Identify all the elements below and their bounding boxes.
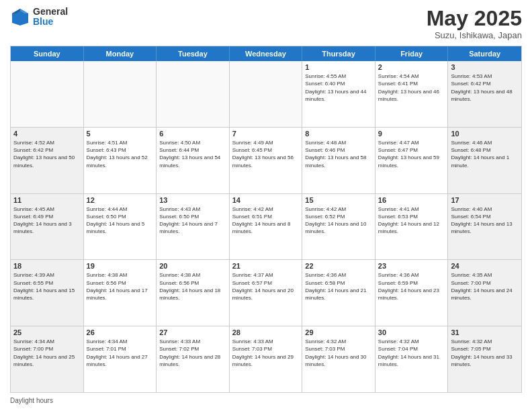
weekday-header-friday: Friday	[375, 46, 449, 61]
calendar-cell: 1Sunrise: 4:55 AM Sunset: 6:40 PM Daylig…	[302, 61, 375, 127]
cell-details: Sunrise: 4:32 AM Sunset: 7:05 PM Dayligh…	[451, 338, 519, 368]
calendar-cell: 23Sunrise: 4:36 AM Sunset: 6:59 PM Dayli…	[375, 260, 449, 326]
day-number: 28	[232, 328, 300, 336]
day-number: 12	[87, 196, 154, 204]
page: General Blue May 2025 Suzu, Ishikawa, Ja…	[0, 0, 532, 411]
day-number: 26	[87, 328, 154, 336]
cell-details: Sunrise: 4:53 AM Sunset: 6:42 PM Dayligh…	[451, 73, 519, 103]
calendar-cell: 24Sunrise: 4:35 AM Sunset: 7:00 PM Dayli…	[448, 260, 521, 326]
logo-general: General	[33, 7, 68, 17]
calendar-cell: 10Sunrise: 4:46 AM Sunset: 6:48 PM Dayli…	[448, 128, 521, 193]
day-number: 25	[13, 328, 81, 336]
day-number: 23	[378, 262, 445, 270]
calendar-cell: 26Sunrise: 4:34 AM Sunset: 7:01 PM Dayli…	[84, 326, 157, 392]
day-number: 1	[305, 63, 372, 71]
cell-details: Sunrise: 4:32 AM Sunset: 7:04 PM Dayligh…	[378, 338, 445, 368]
calendar-cell: 31Sunrise: 4:32 AM Sunset: 7:05 PM Dayli…	[448, 326, 521, 392]
calendar-row-4: 18Sunrise: 4:39 AM Sunset: 6:55 PM Dayli…	[11, 260, 521, 326]
cell-details: Sunrise: 4:37 AM Sunset: 6:57 PM Dayligh…	[232, 271, 300, 302]
day-number: 21	[232, 262, 300, 270]
cell-details: Sunrise: 4:40 AM Sunset: 6:54 PM Dayligh…	[451, 205, 519, 236]
calendar-cell: 29Sunrise: 4:32 AM Sunset: 7:03 PM Dayli…	[302, 326, 375, 392]
cell-details: Sunrise: 4:52 AM Sunset: 6:42 PM Dayligh…	[13, 139, 81, 169]
day-number: 9	[378, 130, 445, 138]
day-number: 31	[451, 328, 519, 336]
calendar-cell: 19Sunrise: 4:38 AM Sunset: 6:56 PM Dayli…	[84, 260, 157, 326]
calendar-cell: 30Sunrise: 4:32 AM Sunset: 7:04 PM Dayli…	[375, 326, 449, 392]
calendar-cell: 4Sunrise: 4:52 AM Sunset: 6:42 PM Daylig…	[11, 128, 84, 193]
cell-details: Sunrise: 4:33 AM Sunset: 7:02 PM Dayligh…	[159, 338, 226, 368]
day-number: 16	[378, 196, 445, 204]
cell-details: Sunrise: 4:43 AM Sunset: 6:50 PM Dayligh…	[159, 205, 226, 236]
day-number: 6	[159, 130, 226, 138]
day-number: 3	[451, 63, 519, 71]
cell-details: Sunrise: 4:48 AM Sunset: 6:46 PM Dayligh…	[305, 139, 372, 169]
cell-details: Sunrise: 4:42 AM Sunset: 6:52 PM Dayligh…	[305, 205, 372, 236]
cell-details: Sunrise: 4:55 AM Sunset: 6:40 PM Dayligh…	[305, 73, 372, 103]
cell-details: Sunrise: 4:38 AM Sunset: 6:56 PM Dayligh…	[159, 271, 226, 302]
cell-details: Sunrise: 4:54 AM Sunset: 6:41 PM Dayligh…	[378, 73, 445, 103]
cell-details: Sunrise: 4:42 AM Sunset: 6:51 PM Dayligh…	[232, 205, 300, 236]
svg-marker-0	[12, 9, 28, 26]
calendar-row-5: 25Sunrise: 4:34 AM Sunset: 7:00 PM Dayli…	[11, 326, 521, 392]
day-number: 29	[305, 328, 372, 336]
day-number: 7	[232, 130, 300, 138]
location: Suzu, Ishikawa, Japan	[427, 30, 522, 40]
day-number: 17	[451, 196, 519, 204]
day-number: 2	[378, 63, 445, 71]
calendar-cell	[230, 61, 303, 127]
weekday-header-monday: Monday	[84, 46, 157, 61]
title-block: May 2025 Suzu, Ishikawa, Japan	[427, 7, 522, 40]
calendar-cell: 9Sunrise: 4:47 AM Sunset: 6:47 PM Daylig…	[375, 128, 449, 193]
calendar-body: 1Sunrise: 4:55 AM Sunset: 6:40 PM Daylig…	[11, 61, 521, 392]
calendar-cell: 22Sunrise: 4:36 AM Sunset: 6:58 PM Dayli…	[302, 260, 375, 326]
calendar-cell	[11, 61, 84, 127]
cell-details: Sunrise: 4:38 AM Sunset: 6:56 PM Dayligh…	[87, 271, 154, 302]
calendar-row-3: 11Sunrise: 4:45 AM Sunset: 6:49 PM Dayli…	[11, 194, 521, 261]
month-title: May 2025	[427, 7, 522, 30]
cell-details: Sunrise: 4:44 AM Sunset: 6:50 PM Dayligh…	[87, 205, 154, 236]
calendar-cell: 7Sunrise: 4:49 AM Sunset: 6:45 PM Daylig…	[230, 128, 303, 193]
calendar-cell: 15Sunrise: 4:42 AM Sunset: 6:52 PM Dayli…	[302, 194, 375, 260]
calendar-row-1: 1Sunrise: 4:55 AM Sunset: 6:40 PM Daylig…	[11, 61, 521, 128]
day-number: 22	[305, 262, 372, 270]
cell-details: Sunrise: 4:35 AM Sunset: 7:00 PM Dayligh…	[451, 271, 519, 302]
cell-details: Sunrise: 4:51 AM Sunset: 6:43 PM Dayligh…	[87, 139, 154, 169]
day-number: 27	[159, 328, 226, 336]
logo-icon	[10, 7, 30, 27]
day-number: 20	[159, 262, 226, 270]
cell-details: Sunrise: 4:47 AM Sunset: 6:47 PM Dayligh…	[378, 139, 445, 169]
calendar-row-2: 4Sunrise: 4:52 AM Sunset: 6:42 PM Daylig…	[11, 128, 521, 194]
cell-details: Sunrise: 4:45 AM Sunset: 6:49 PM Dayligh…	[13, 205, 81, 236]
calendar: SundayMondayTuesdayWednesdayThursdayFrid…	[10, 46, 522, 393]
calendar-cell: 21Sunrise: 4:37 AM Sunset: 6:57 PM Dayli…	[230, 260, 303, 326]
calendar-cell	[157, 61, 230, 127]
cell-details: Sunrise: 4:41 AM Sunset: 6:53 PM Dayligh…	[378, 205, 445, 236]
footer: Daylight hours	[10, 397, 522, 404]
calendar-cell	[84, 61, 157, 127]
cell-details: Sunrise: 4:39 AM Sunset: 6:55 PM Dayligh…	[13, 271, 81, 302]
day-number: 24	[451, 262, 519, 270]
day-number: 15	[305, 196, 372, 204]
weekday-header-thursday: Thursday	[302, 46, 375, 61]
cell-details: Sunrise: 4:34 AM Sunset: 7:01 PM Dayligh…	[87, 338, 154, 368]
cell-details: Sunrise: 4:34 AM Sunset: 7:00 PM Dayligh…	[13, 338, 81, 368]
calendar-cell: 16Sunrise: 4:41 AM Sunset: 6:53 PM Dayli…	[375, 194, 449, 260]
day-number: 13	[159, 196, 226, 204]
calendar-cell: 14Sunrise: 4:42 AM Sunset: 6:51 PM Dayli…	[230, 194, 303, 260]
cell-details: Sunrise: 4:36 AM Sunset: 6:59 PM Dayligh…	[378, 271, 445, 302]
weekday-header-saturday: Saturday	[448, 46, 521, 61]
calendar-cell: 28Sunrise: 4:33 AM Sunset: 7:03 PM Dayli…	[230, 326, 303, 392]
weekday-header-wednesday: Wednesday	[230, 46, 303, 61]
day-number: 19	[87, 262, 154, 270]
calendar-cell: 18Sunrise: 4:39 AM Sunset: 6:55 PM Dayli…	[11, 260, 84, 326]
calendar-cell: 11Sunrise: 4:45 AM Sunset: 6:49 PM Dayli…	[11, 194, 84, 260]
cell-details: Sunrise: 4:46 AM Sunset: 6:48 PM Dayligh…	[451, 139, 519, 169]
header: General Blue May 2025 Suzu, Ishikawa, Ja…	[10, 7, 522, 40]
cell-details: Sunrise: 4:33 AM Sunset: 7:03 PM Dayligh…	[232, 338, 300, 368]
weekday-header-tuesday: Tuesday	[157, 46, 230, 61]
calendar-cell: 25Sunrise: 4:34 AM Sunset: 7:00 PM Dayli…	[11, 326, 84, 392]
cell-details: Sunrise: 4:32 AM Sunset: 7:03 PM Dayligh…	[305, 338, 372, 368]
calendar-cell: 6Sunrise: 4:50 AM Sunset: 6:44 PM Daylig…	[157, 128, 230, 193]
day-number: 11	[13, 196, 81, 204]
